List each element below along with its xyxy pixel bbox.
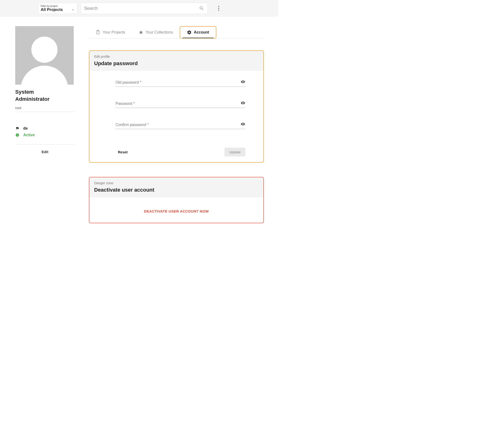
project-filter-value: All Projects [41,7,63,12]
status-row: i Active [15,133,75,137]
visibility-icon[interactable] [241,122,245,126]
star-icon [139,30,143,35]
panel-header: Edit profile Update password [90,51,263,71]
danger-body: DEACTIVATE USER ACCOUNT NOW [90,197,263,223]
gear-icon [187,30,192,35]
flag-icon [15,126,19,130]
search-icon[interactable] [199,6,204,11]
username: root [15,106,75,112]
avatar [15,26,74,85]
panel-title: Deactivate user account [94,187,259,193]
chevron-down-icon [71,8,75,11]
search-input[interactable] [84,6,197,11]
tab-label: Your Collections [146,30,173,35]
more-menu-button[interactable] [215,4,223,13]
tab-label: Account [194,30,209,35]
visibility-icon[interactable] [241,79,245,84]
tabs: Your Projects Your Collections Account [89,26,264,38]
project-filter-dropdown[interactable]: Filter by project All Projects [38,3,77,14]
deactivate-account-button[interactable]: DEACTIVATE USER ACCOUNT NOW [144,209,209,213]
tab-projects[interactable]: Your Projects [89,26,132,38]
panel-overline: Edit profile [94,55,259,58]
update-button[interactable]: Update [224,148,245,156]
new-password-field-wrapper [116,100,245,108]
old-password-field-wrapper [116,79,245,87]
user-display-name: System Administrator [15,89,75,103]
password-form [90,71,263,148]
language-row: de [15,126,75,130]
panel-title: Update password [94,60,259,67]
top-bar: Filter by project All Projects [0,0,278,17]
panel-header: Danger zone Deactivate user account [90,177,263,197]
tab-account[interactable]: Account [180,26,216,38]
confirm-password-field-wrapper [116,121,245,129]
visibility-icon[interactable] [241,101,245,105]
password-button-row: Reset Update [90,148,263,162]
more-icon [218,6,219,11]
panel-overline: Danger zone [94,181,259,185]
main-content: System Administrator root de i Active Ed… [0,17,278,252]
old-password-field[interactable] [116,79,245,87]
reset-button[interactable]: Reset [118,150,128,154]
search-box[interactable] [81,3,208,14]
project-filter-label: Filter by project [41,4,75,7]
language-value: de [23,126,28,130]
confirm-password-field[interactable] [116,121,245,129]
edit-profile-link[interactable]: Edit [15,150,75,154]
user-sidebar: System Administrator root de i Active Ed… [15,26,75,154]
status-value: Active [23,133,35,137]
new-password-field[interactable] [116,100,245,108]
update-password-panel: Edit profile Update password [89,50,264,163]
tab-label: Your Projects [103,30,125,35]
tab-collections[interactable]: Your Collections [132,26,180,38]
info-icon: i [15,133,19,137]
content-column: Your Projects Your Collections Account E… [89,26,264,237]
danger-zone-panel: Danger zone Deactivate user account DEAC… [89,177,264,223]
clipboard-icon [96,30,100,35]
user-info-list: de i Active [15,126,75,144]
